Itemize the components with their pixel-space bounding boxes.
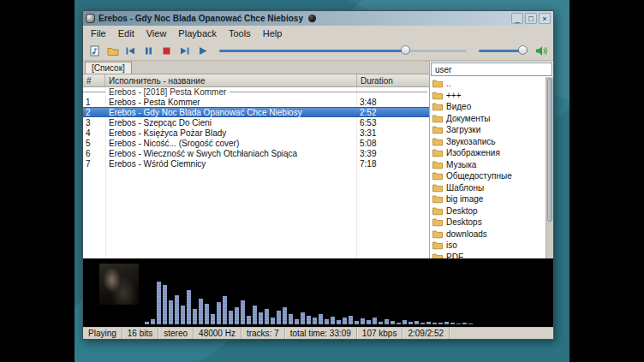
group-header[interactable]: Erebos - [2018] Pesta Kommer (83, 87, 429, 97)
file-name: Музыка (446, 160, 476, 169)
minimize-button[interactable]: _ (511, 13, 523, 24)
spectrum-bar (247, 316, 251, 324)
prev-icon (125, 45, 136, 56)
add-folder-button[interactable] (104, 43, 121, 58)
seek-handle[interactable] (401, 45, 410, 55)
track-row[interactable]: 3Erebos - Szepcąc Do Cieni6:53 (83, 117, 429, 128)
spectrum-bar (295, 319, 299, 324)
playlist-tab[interactable]: [Список] (85, 62, 132, 74)
folder-icon (432, 206, 443, 216)
speaker-icon (534, 43, 550, 58)
spectrum-bar (229, 311, 233, 324)
track-row[interactable]: 7Erebos - Wśród Ciemnicy7:18 (83, 158, 429, 169)
volume-handle[interactable] (518, 45, 528, 55)
group-title: Erebos - [2018] Pesta Kommer (109, 87, 226, 97)
spectrum-bar (426, 322, 431, 324)
folder-icon (432, 194, 443, 204)
play-icon (197, 45, 208, 56)
track-row[interactable]: 4Erebos - Księżyca Pożar Blady3:31 (83, 128, 429, 138)
file-item[interactable]: Изображения (430, 147, 546, 159)
file-item[interactable]: Desktops (430, 217, 546, 228)
file-item[interactable]: Документы (430, 113, 546, 125)
file-item[interactable]: Звукозапись (430, 136, 546, 148)
menu-edit[interactable]: Edit (112, 27, 140, 40)
seek-slider[interactable] (219, 43, 467, 58)
file-item[interactable]: iso (430, 240, 546, 252)
file-item[interactable]: Загрузки (430, 124, 546, 136)
track-duration: 2:52 (357, 108, 429, 117)
file-name: Загрузки (446, 125, 480, 134)
maximize-button[interactable]: □ (525, 13, 537, 24)
path-input[interactable]: user (431, 62, 552, 76)
spectrum-bar (385, 319, 389, 324)
seek-fill (219, 50, 405, 52)
spectrum-bar (193, 309, 197, 324)
file-item[interactable]: Музыка (430, 159, 546, 171)
file-item[interactable]: Видео (430, 101, 546, 113)
file-name: Изображения (446, 148, 500, 157)
file-item[interactable]: Desktop (430, 205, 546, 217)
file-item[interactable]: Шаблоны (430, 182, 546, 194)
menu-playback[interactable]: Playback (172, 27, 223, 40)
status-segment: 48000 Hz (194, 328, 242, 339)
file-item[interactable]: +++ (430, 90, 546, 102)
open-file-button[interactable] (86, 43, 103, 58)
window-title: Erebos - Gdy Noc Blada Opanować Chce Nie… (98, 14, 303, 23)
stop-button[interactable] (158, 43, 175, 58)
window-controls: _□× (511, 13, 551, 24)
status-segment: tracks: 7 (242, 328, 285, 339)
file-item[interactable]: PDF (430, 252, 546, 259)
folder-icon (432, 79, 443, 88)
next-button[interactable] (176, 43, 193, 58)
file-list-scrollbar[interactable] (546, 77, 553, 258)
spectrum-bar (235, 307, 239, 324)
track-duration: 3:31 (357, 128, 429, 138)
menu-view[interactable]: View (140, 27, 173, 40)
file-item[interactable]: Общедоступные (430, 170, 546, 182)
column-header-duration[interactable]: Duration (357, 74, 429, 86)
track-row[interactable]: 2Erebos - Gdy Noc Blada Opanować Chce Ni… (83, 107, 429, 117)
track-number: 7 (83, 159, 105, 169)
column-header-title[interactable]: Исполнитель - название (105, 74, 357, 86)
file-item[interactable]: .. (430, 78, 546, 90)
spectrum-bar (205, 304, 209, 324)
spectrum-bar (283, 307, 287, 324)
menu-tools[interactable]: Tools (223, 27, 257, 40)
volume-slider[interactable] (479, 43, 528, 58)
spectrum-bar (175, 295, 179, 324)
playlist-header: # Исполнитель - название Duration (83, 74, 429, 87)
menu-help[interactable]: Help (257, 27, 289, 40)
track-number: 2 (83, 108, 105, 117)
spectrum-bar (277, 311, 281, 324)
prev-button[interactable] (122, 43, 139, 58)
status-segment: stereo (158, 328, 194, 339)
column-header-number[interactable]: # (83, 74, 105, 86)
spectrum-bar (408, 322, 413, 324)
folder-icon (432, 229, 443, 239)
pause-button[interactable] (140, 43, 157, 58)
track-duration: 3:39 (357, 149, 429, 158)
titlebar[interactable]: Erebos - Gdy Noc Blada Opanować Chce Nie… (83, 11, 553, 26)
track-row[interactable]: 5Erebos - Nicość... (Srogość cover)5:08 (83, 138, 429, 148)
spectrum-bar (307, 316, 311, 324)
spectrum-bar (462, 323, 467, 324)
visualization-panel[interactable] (83, 258, 553, 327)
scrollbar-thumb[interactable] (547, 78, 552, 222)
spectrum-bar (217, 302, 221, 324)
folder-icon (432, 137, 443, 146)
file-item[interactable]: downloads (430, 228, 546, 240)
playlist-tabbar: [Список] (83, 62, 429, 74)
track-number: 4 (83, 128, 105, 138)
stop-icon (161, 45, 172, 56)
track-row[interactable]: 6Erebos - Wieczność w Swych Otchłaniach … (83, 148, 429, 158)
file-item[interactable]: big image (430, 193, 546, 205)
file-name: .. (446, 79, 451, 88)
spectrum-bar (468, 323, 473, 324)
track-row[interactable]: 1Erebos - Pesta Kommer3:48 (83, 97, 429, 107)
playlist-pane: [Список] # Исполнитель - название Durati… (83, 62, 429, 258)
folder-icon (432, 160, 443, 169)
close-button[interactable]: × (539, 13, 551, 24)
menu-file[interactable]: File (85, 27, 112, 40)
play-button[interactable] (194, 43, 211, 58)
spectrum-bar (319, 314, 323, 324)
